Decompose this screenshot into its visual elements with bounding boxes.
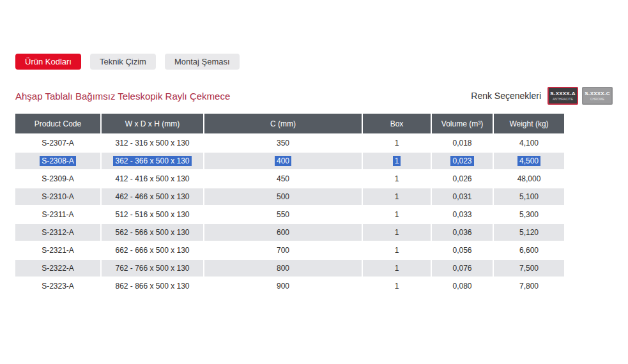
table-cell: S-2309-A bbox=[15, 171, 100, 187]
table-cell: 600 bbox=[204, 224, 362, 241]
table-cell: 1 bbox=[363, 135, 431, 151]
table-cell: 0,018 bbox=[432, 135, 493, 151]
table-cell: 412 - 416 x 500 x 130 bbox=[102, 171, 203, 187]
table-cell: 1 bbox=[363, 278, 431, 294]
table-cell: 550 bbox=[204, 206, 362, 223]
table-cell: 1 bbox=[363, 224, 431, 241]
column-header: Weight (kg) bbox=[494, 114, 564, 133]
table-row[interactable]: S-2309-A412 - 416 x 500 x 13045010,02648… bbox=[15, 171, 564, 187]
table-cell: S-2311-A bbox=[15, 206, 100, 223]
table-cell: 1 bbox=[363, 206, 431, 223]
table-cell: S-2321-A bbox=[15, 242, 100, 259]
table-cell: 1 bbox=[363, 188, 431, 205]
table-row[interactable]: S-2312-A562 - 566 x 500 x 13060010,0365,… bbox=[15, 224, 564, 241]
table-row[interactable]: S-2321-A662 - 666 x 500 x 13070010,0566,… bbox=[15, 242, 564, 259]
table-cell: 1 bbox=[363, 260, 431, 277]
table-cell: 1 bbox=[363, 171, 431, 187]
table-cell: 450 bbox=[204, 171, 362, 187]
table-cell: 0,023 bbox=[432, 153, 493, 169]
table-cell: 0,080 bbox=[432, 278, 493, 294]
table-cell: 900 bbox=[204, 278, 362, 294]
swatch-finish: CHROME bbox=[590, 98, 604, 101]
table-cell: 0,056 bbox=[432, 242, 493, 259]
table-row[interactable]: S-2323-A862 - 866 x 500 x 13090010,0807,… bbox=[15, 278, 564, 294]
table-cell: 0,076 bbox=[432, 260, 493, 277]
color-options: Renk Seçenekleri S-XXXX-A ANTHRACITE S-X… bbox=[471, 87, 613, 105]
column-header: W x D x H (mm) bbox=[102, 114, 203, 133]
tab-montaj-semasi[interactable]: Montaj Şeması bbox=[165, 54, 240, 70]
color-options-label: Renk Seçenekleri bbox=[471, 91, 541, 101]
table-cell: 5,300 bbox=[494, 206, 564, 223]
swatch-chrome[interactable]: S-XXXX-C CHROME bbox=[582, 87, 613, 105]
table-cell: 0,036 bbox=[432, 224, 493, 241]
table-cell: 7,500 bbox=[494, 260, 564, 277]
table-cell: 312 - 316 x 500 x 130 bbox=[102, 135, 203, 151]
table-row[interactable]: S-2307-A312 - 316 x 500 x 13035010,0184,… bbox=[15, 135, 564, 151]
table-cell: S-2323-A bbox=[15, 278, 100, 294]
column-header: Product Code bbox=[15, 114, 100, 133]
tab-bar: Ürün Kodları Teknik Çizim Montaj Şeması bbox=[15, 54, 613, 70]
swatch-code: S-XXXX-A bbox=[550, 91, 575, 96]
table-cell: 0,026 bbox=[432, 171, 493, 187]
table-cell: 512 - 516 x 500 x 130 bbox=[102, 206, 203, 223]
column-header: Volume (m³) bbox=[432, 114, 493, 133]
column-header: Box bbox=[363, 114, 431, 133]
table-cell: 0,033 bbox=[432, 206, 493, 223]
table-cell: 362 - 366 x 500 x 130 bbox=[102, 153, 203, 169]
table-cell: 6,600 bbox=[494, 242, 564, 259]
swatch-anthracite[interactable]: S-XXXX-A ANTHRACITE bbox=[548, 87, 578, 105]
table-row[interactable]: S-2310-A462 - 466 x 500 x 13050010,0315,… bbox=[15, 188, 564, 205]
table-cell: 7,800 bbox=[494, 278, 564, 294]
table-cell: 462 - 466 x 500 x 130 bbox=[102, 188, 203, 205]
column-header: C (mm) bbox=[204, 114, 362, 133]
table-cell: 700 bbox=[204, 242, 362, 259]
table-cell: 762 - 766 x 500 x 130 bbox=[102, 260, 203, 277]
tab-teknik-cizim[interactable]: Teknik Çizim bbox=[90, 54, 156, 70]
table-cell: 862 - 866 x 500 x 130 bbox=[102, 278, 203, 294]
table-cell: 1 bbox=[363, 242, 431, 259]
table-cell: 5,120 bbox=[494, 224, 564, 241]
table-cell: 400 bbox=[204, 153, 362, 169]
swatch-finish: ANTHRACITE bbox=[553, 98, 573, 101]
table-cell: 350 bbox=[204, 135, 362, 151]
title-row: Ahşap Tablalı Bağımsız Teleskopik Raylı … bbox=[15, 86, 613, 105]
table-cell: S-2322-A bbox=[15, 260, 100, 277]
table-cell: 562 - 566 x 500 x 130 bbox=[102, 224, 203, 241]
table-cell: 500 bbox=[204, 188, 362, 205]
table-cell: 0,031 bbox=[432, 188, 493, 205]
color-swatches: S-XXXX-A ANTHRACITE S-XXXX-C CHROME bbox=[548, 87, 613, 105]
page-title: Ahşap Tablalı Bağımsız Teleskopik Raylı … bbox=[15, 91, 230, 102]
table-cell: S-2310-A bbox=[15, 188, 100, 205]
table-cell: 5,100 bbox=[494, 188, 564, 205]
table-row[interactable]: S-2311-A512 - 516 x 500 x 13055010,0335,… bbox=[15, 206, 564, 223]
table-cell: 1 bbox=[363, 153, 431, 169]
table-cell: 800 bbox=[204, 260, 362, 277]
table-cell: 48,000 bbox=[494, 171, 564, 187]
table-row[interactable]: S-2308-A362 - 366 x 500 x 13040010,0234,… bbox=[15, 153, 564, 169]
tab-urun-kodlari[interactable]: Ürün Kodları bbox=[15, 54, 81, 70]
table-cell: S-2308-A bbox=[15, 153, 100, 169]
table-cell: 662 - 666 x 500 x 130 bbox=[102, 242, 203, 259]
table-cell: 4,500 bbox=[494, 153, 564, 169]
table-cell: S-2307-A bbox=[15, 135, 100, 151]
table-header-row: Product CodeW x D x H (mm)C (mm)BoxVolum… bbox=[15, 114, 564, 133]
table-cell: S-2312-A bbox=[15, 224, 100, 241]
product-spec-table: Product CodeW x D x H (mm)C (mm)BoxVolum… bbox=[14, 112, 565, 296]
swatch-code: S-XXXX-C bbox=[585, 91, 609, 96]
table-row[interactable]: S-2322-A762 - 766 x 500 x 13080010,0767,… bbox=[15, 260, 564, 277]
table-cell: 4,100 bbox=[494, 135, 564, 151]
